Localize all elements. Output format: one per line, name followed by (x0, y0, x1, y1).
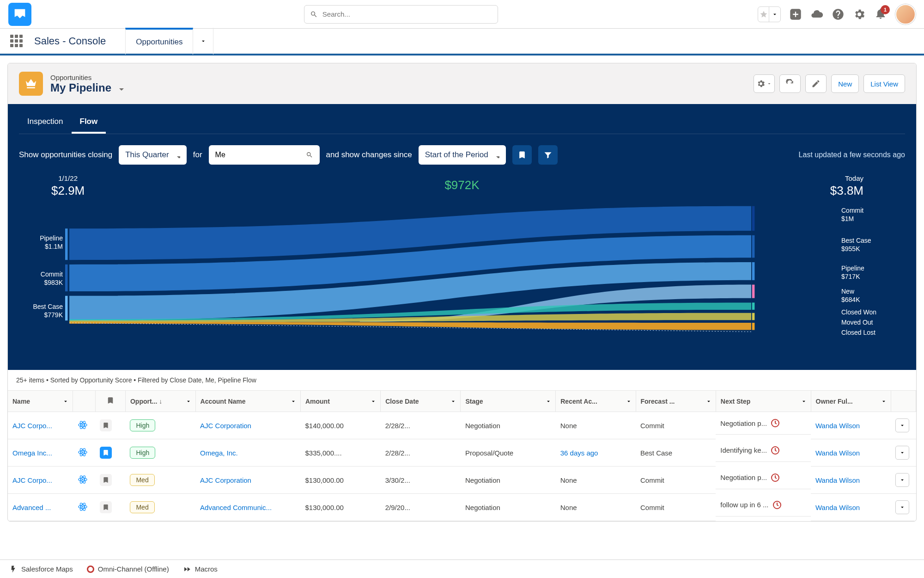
col-bookmark[interactable] (95, 391, 125, 412)
filter-bar: Show opportunities closing This Quarter … (19, 145, 905, 165)
period-select[interactable]: This Quarter (119, 145, 186, 165)
einstein-icon[interactable] (73, 439, 96, 467)
notifications-button[interactable]: 1 (874, 7, 887, 21)
overdue-icon (771, 473, 780, 482)
col-owner[interactable]: Owner Ful... (811, 391, 891, 412)
row-actions-button[interactable] (895, 418, 909, 432)
since-select[interactable]: Start of the Period (419, 145, 506, 165)
bookmark-toggle[interactable] (100, 419, 112, 431)
account-link[interactable]: AJC Corporation (200, 422, 251, 430)
col-next[interactable]: Next Step (716, 391, 811, 412)
account-link[interactable]: AJC Corporation (200, 476, 251, 484)
account-link[interactable]: Advanced Communic... (200, 504, 272, 511)
next-step-cell: Negotiation p... (716, 412, 811, 435)
col-forecast[interactable]: Forecast ... (636, 391, 716, 412)
owner-link[interactable]: Wanda Wilson (815, 449, 860, 457)
owner-input[interactable] (215, 151, 301, 159)
chevron-down-icon (766, 81, 772, 86)
bookmark-toggle[interactable] (100, 501, 112, 513)
opportunity-link[interactable]: Advanced ... (12, 504, 51, 511)
cloud-icon[interactable] (810, 8, 823, 21)
recent-activity-cell: None (556, 412, 636, 439)
chevron-down-icon[interactable] (769, 7, 780, 22)
table-info-bar: 25+ items • Sorted by Opportunity Score … (8, 370, 916, 390)
col-recent[interactable]: Recent Ac... (556, 391, 636, 412)
global-search[interactable] (304, 5, 498, 24)
table-row: Omega Inc... High Omega, Inc. $335,000..… (8, 439, 916, 467)
view-picker[interactable]: My Pipeline (50, 81, 124, 94)
table-header-row: Name Opport... ↓ Account Name Amount Clo… (8, 391, 916, 412)
amount-cell: $130,000.00 (300, 467, 380, 494)
edit-button[interactable] (805, 74, 827, 93)
col-einstein[interactable] (73, 391, 96, 412)
svg-rect-9 (752, 235, 754, 258)
nav-tab-opportunities[interactable]: Opportunities (125, 28, 193, 55)
refresh-button[interactable] (779, 74, 801, 93)
sankey-left-total: $2.9M (51, 183, 85, 199)
col-name[interactable]: Name (8, 391, 73, 412)
bookmark-toggle[interactable] (100, 447, 112, 459)
listview-button[interactable]: List View (863, 74, 905, 93)
filter-button[interactable] (538, 145, 558, 165)
einstein-icon[interactable] (73, 494, 96, 521)
einstein-icon[interactable] (73, 412, 96, 439)
recent-activity-link[interactable]: 36 days ago (560, 449, 598, 457)
plus-icon[interactable] (789, 8, 802, 21)
row-actions-button[interactable] (895, 446, 909, 460)
forecast-cell: Commit (636, 412, 716, 439)
col-account[interactable]: Account Name (195, 391, 300, 412)
sankey-right-date: Today (830, 174, 863, 183)
chevron-down-icon (116, 84, 124, 92)
flow-panel: Inspection Flow Show opportunities closi… (8, 104, 916, 370)
setup-gear-icon[interactable] (853, 8, 866, 21)
owner-link[interactable]: Wanda Wilson (815, 476, 860, 484)
close-date-cell: 2/9/20... (381, 494, 461, 521)
star-icon[interactable] (758, 7, 769, 22)
col-stage[interactable]: Stage (461, 391, 556, 412)
col-amount[interactable]: Amount (300, 391, 380, 412)
chevron-down-icon (174, 152, 180, 158)
bookmark-toggle[interactable] (100, 474, 112, 486)
account-link[interactable]: Omega, Inc. (200, 449, 238, 457)
amount-cell: $335,000.... (300, 439, 380, 467)
svg-rect-6 (65, 264, 67, 291)
svg-rect-12 (752, 302, 754, 310)
gear-icon (756, 79, 766, 88)
owner-select[interactable] (209, 145, 320, 165)
app-logo[interactable] (8, 3, 31, 26)
forecast-cell: Best Case (636, 439, 716, 467)
stage-cell: Negotiation (461, 467, 556, 494)
col-score[interactable]: Opport... ↓ (125, 391, 195, 412)
score-badge: High (130, 447, 155, 459)
help-icon[interactable] (832, 8, 845, 21)
overdue-icon (772, 500, 782, 510)
bookmark-toggle[interactable] (512, 145, 532, 165)
page-actions: New List View (754, 74, 905, 93)
opportunity-link[interactable]: AJC Corpo... (12, 476, 52, 484)
opportunity-link[interactable]: Omega Inc... (12, 449, 52, 457)
favorites-pill[interactable] (758, 6, 781, 22)
einstein-icon[interactable] (73, 467, 96, 494)
nav-bar: Sales - Console Opportunities (0, 29, 924, 55)
opportunity-link[interactable]: AJC Corpo... (12, 422, 52, 430)
owner-link[interactable]: Wanda Wilson (815, 422, 860, 430)
col-close[interactable]: Close Date (381, 391, 461, 412)
new-button[interactable]: New (831, 74, 859, 93)
tab-flow[interactable]: Flow (72, 111, 106, 134)
search-input[interactable] (322, 10, 492, 18)
user-avatar[interactable] (895, 4, 916, 25)
score-badge: Med (130, 474, 154, 486)
row-actions-button[interactable] (895, 473, 909, 487)
amount-cell: $130,000.00 (300, 494, 380, 521)
row-actions-button[interactable] (895, 500, 909, 514)
stage-cell: Negotiation (461, 412, 556, 439)
settings-button[interactable] (754, 74, 775, 93)
recent-activity-cell: 36 days ago (556, 439, 636, 467)
tab-inspection[interactable]: Inspection (19, 111, 72, 134)
owner-link[interactable]: Wanda Wilson (815, 504, 860, 511)
nav-tab-dropdown[interactable] (193, 28, 213, 55)
app-launcher-icon[interactable] (10, 35, 23, 48)
sankey-right-total: $3.8M (830, 183, 863, 199)
recent-activity-cell: None (556, 494, 636, 521)
view-name: My Pipeline (50, 81, 111, 94)
